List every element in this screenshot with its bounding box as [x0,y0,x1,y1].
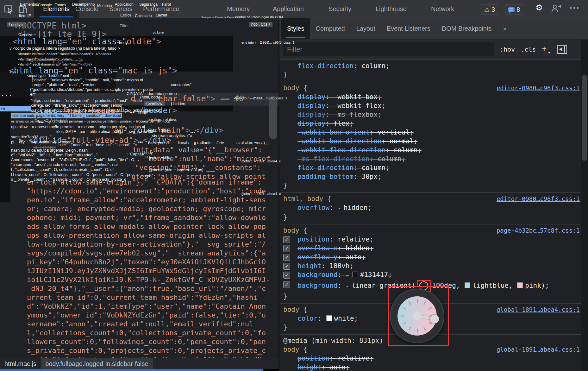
code-token: : [337,244,345,252]
code-token: -webkit-box-orient [297,129,370,136]
styles-tab-computed[interactable]: Computed [310,18,350,39]
warnings-badge[interactable]: ⚠ 3 [481,4,498,15]
property-checkbox[interactable]: ✓ [283,254,290,261]
expand-arrow-icon[interactable]: ▸ [338,205,341,211]
stylesheet-link[interactable]: page-4b32bc…57c8f.css:1 [497,226,580,235]
css-property-row[interactable]: } [283,181,580,190]
code-token: flex-direction [297,62,353,70]
new-style-rule-button[interactable]: + [541,44,547,54]
property-checkbox[interactable]: ✓ [283,236,290,243]
issues-badge[interactable]: 8 [505,4,523,15]
css-property-row[interactable]: display: -ms-flexbox; [283,110,580,119]
devtools-tab-lighthouse[interactable]: Lighthouse [376,0,407,18]
css-property-row[interactable]: ✓overflow-x: hidden; [283,244,580,253]
css-property-row[interactable]: flex-direction: column; [283,61,580,70]
stylesheet-link[interactable]: global-1891…abea4.css:1 [497,345,580,354]
property-checkbox[interactable]: ✓ [283,245,290,252]
gear-icon[interactable]: ⚙ [535,3,543,13]
color-swatch[interactable] [352,272,358,277]
css-property-row[interactable]: ✓background: ▸#131417; [283,270,580,280]
code-token: : [337,271,345,279]
code-token: ; [378,111,382,118]
color-swatch[interactable] [517,282,523,288]
property-checkbox[interactable]: ✓ [283,281,290,288]
css-property-row[interactable]: } [283,213,580,222]
css-property-row[interactable]: display: flex; [283,119,580,128]
overlay-text: globo 1 – 1891...abea4. c [241,159,281,163]
css-selector-row[interactable]: body {page-4b32bc…57c8f.css:1 [283,226,580,235]
css-property-row[interactable]: flex-direction: column; [283,163,580,172]
overlay-text: caneta. ião , "iframe_allow" : "accelero… [31,103,122,108]
code-token: display [297,120,326,127]
css-selector-row[interactable]: html, body {editor-0980…c96f3.css:1 [283,194,580,203]
more-menu-icon[interactable]: ••• [570,4,580,12]
styles-tab-styles[interactable]: Styles [281,18,310,39]
right-scrollbar-thumb[interactable] [582,75,587,161]
overlay-text: user" : {"anon" : true, "base_url" : " l… [59,143,137,148]
css-property-row[interactable]: display: -webkit-box; [283,92,580,101]
property-checkbox[interactable]: ✓ [283,263,290,270]
stylesheet-link[interactable]: global-1891…abea4.css:1 [497,305,580,314]
overlay-text: Ode [216,141,224,145]
stylesheet-link[interactable]: editor-0980…c96f3.css:1 [497,194,580,203]
css-property-row[interactable]: -webkit-box-direction: normal; [283,137,580,146]
css-property-row[interactable]: position: relative; [283,354,580,363]
styles-filter-input[interactable] [283,42,494,56]
toggle-class-button[interactable]: .cls [521,46,536,53]
code-token: { [303,346,307,353]
property-checkbox[interactable]: ✓ [283,272,290,279]
code-token: } [283,213,287,221]
overlay-text: sags dee7eb02. sag , " [11,135,51,139]
styles-tab-layout[interactable]: Layout [351,18,381,39]
css-property-row[interactable]: display: -webkit-flex; [283,101,580,110]
overlay-text: <div id="result-iframe-wrap" role="main"… [18,62,92,66]
css-property-row[interactable]: height: auto; [283,363,580,371]
styles-tab-event-listeners[interactable]: Event Listeners [381,18,436,39]
expand-arrow-icon[interactable]: ▸ [346,283,349,289]
css-property-row[interactable]: ✓position: relative; [283,235,580,244]
css-property-row[interactable]: -webkit-box-orient: vertical; [283,128,580,137]
devtools-tab-security[interactable]: Security [328,0,351,18]
css-selector-row[interactable]: body {editor-0980…c96f3.css:1 [283,84,580,92]
css-property-row[interactable]: ✓overflow-y: auto; [283,253,580,261]
stylesheet-link[interactable]: editor-0980…c96f3.css:1 [497,84,580,92]
code-token: ); [541,282,549,289]
css-selector-row[interactable]: body {global-1891…abea4.css:1 [283,345,580,354]
css-property-row[interactable]: overflow: ▸hidden; [283,203,580,213]
color-swatch[interactable] [326,315,332,321]
devtools-tab-network[interactable]: Network [431,0,454,18]
toggle-hover-state-button[interactable]: :hov [500,46,515,53]
css-property-row[interactable]: padding-bottom: 30px; [283,172,580,181]
code-token: : [337,253,345,261]
code-token: : [382,137,390,145]
styles-tab-»[interactable]: » [497,18,512,39]
css-property-row[interactable]: -webkit-flex-direction: column; [283,146,580,154]
left-scrollbar-thumb[interactable] [269,96,277,139]
css-property-row[interactable]: } [283,70,580,79]
styles-tab-dom-breakpoints[interactable]: DOM Breakpoints [436,18,497,39]
overlay-text: "https : codon ion , "environment" : " p… [31,98,142,103]
breadcrumb-item[interactable]: html.mac.js [0,358,41,369]
expand-arrow-icon[interactable]: ▸ [346,273,349,278]
css-property-row[interactable]: -ms-flex-direction: column; [283,154,580,163]
code-token: } [283,324,287,331]
person-feedback-icon[interactable] [550,3,562,15]
code-token: : [326,120,334,127]
code-token: , [509,282,516,289]
breadcrumb-item[interactable]: body.fullpage.logged-in.sidebar-false [41,358,153,369]
code-token: auto [329,363,346,371]
overlay-text: { hidden; [171,102,186,106]
overlay-text: hob . Ct's + [249,22,272,27]
dom-text-line: ups allow-presentation allow-same-origin… [27,231,270,240]
css-property-row[interactable]: ✓height: 100vh; [283,261,580,270]
code-token: ; [361,253,366,261]
code-token: : [370,129,378,136]
overlay-text: <div class="oldie-header">...</div> [18,57,72,61]
dom-text-line: ads allow-forms allow-modals allow-point… [27,222,270,231]
inspect-element-icon[interactable] [3,3,15,15]
dom-tree-line[interactable]: <html lang="en" class="oldie"> [13,37,161,46]
code-token: body [283,306,303,313]
code-token: : [326,111,334,118]
dock-sidebar-icon[interactable] [557,45,567,54]
color-swatch[interactable] [465,282,470,288]
